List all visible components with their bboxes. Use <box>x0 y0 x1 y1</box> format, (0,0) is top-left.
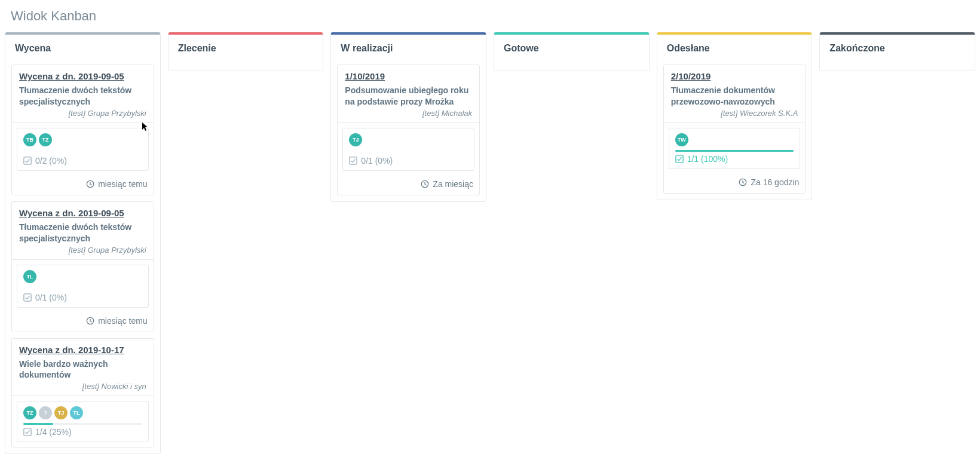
card-body: TL 0/1 (0%) <box>17 265 149 308</box>
kanban-column: Zakończone <box>819 32 975 71</box>
progress-bar <box>675 150 794 152</box>
card-header: Wycena z dn. 2019-10-17Wiele bardzo ważn… <box>12 339 154 397</box>
avatar[interactable]: TL <box>70 406 83 419</box>
card-title-link[interactable]: Wycena z dn. 2019-09-05 <box>19 208 124 218</box>
column-title: Zakończone <box>820 35 975 65</box>
card-client: [test] Nowicki i syn <box>19 382 146 391</box>
column-title: Gotowe <box>494 35 649 65</box>
card-title-link[interactable]: Wycena z dn. 2019-09-05 <box>19 71 124 81</box>
card-header: Wycena z dn. 2019-09-05Tłumaczenie dwóch… <box>12 202 154 260</box>
card-description: Tłumaczenie dokumentów przewozowo-nawozo… <box>671 85 798 108</box>
card-body: TJ 0/1 (0%) <box>342 128 474 171</box>
avatar-row: TZ?TJTL <box>23 406 142 419</box>
card-description: Tłumaczenie dwóch tekstów specjalistyczn… <box>19 222 146 244</box>
kanban-column: WycenaWycena z dn. 2019-09-05Tłumaczenie… <box>5 32 161 454</box>
progress-bar <box>23 423 142 425</box>
card-description: Wiele bardzo ważnych dokumentów <box>19 358 146 381</box>
card-footer: miesiąc temu <box>12 176 154 195</box>
card-footer: miesiąc temu <box>12 312 154 332</box>
avatar-row: TJ <box>349 133 468 146</box>
kanban-column: Zlecenie <box>168 32 324 71</box>
column-title: Odesłane <box>657 35 812 65</box>
card-footer: Za 16 godzin <box>664 174 806 193</box>
kanban-card[interactable]: Wycena z dn. 2019-10-17Wiele bardzo ważn… <box>11 338 154 448</box>
progress-label: 0/2 (0%) <box>23 156 142 165</box>
clock-icon <box>86 180 94 188</box>
card-time: miesiąc temu <box>98 179 147 189</box>
svg-rect-7 <box>676 155 683 163</box>
card-body: TZ?TJTL 1/4 (25%) <box>17 401 149 442</box>
column-title: Zlecenie <box>169 35 323 65</box>
svg-rect-2 <box>24 293 31 301</box>
check-icon <box>675 155 684 163</box>
progress-label: 0/1 (0%) <box>349 156 468 165</box>
avatar[interactable]: TZ <box>39 133 52 146</box>
card-title-link[interactable]: 1/10/2019 <box>345 71 385 81</box>
check-icon <box>23 157 32 165</box>
card-time: miesiąc temu <box>98 316 147 326</box>
kanban-board: WycenaWycena z dn. 2019-09-05Tłumaczenie… <box>0 32 980 472</box>
column-title: Wycena <box>5 35 160 65</box>
check-icon <box>23 428 32 436</box>
card-title-link[interactable]: Wycena z dn. 2019-10-17 <box>19 345 124 355</box>
card-client: [test] Grupa Przybylski <box>19 246 146 255</box>
svg-rect-5 <box>350 157 357 164</box>
clock-icon <box>739 178 747 186</box>
card-client: [test] Michalak <box>345 109 472 118</box>
card-title-link[interactable]: 2/10/2019 <box>671 71 711 81</box>
card-client: [test] Wieczorek S.K.A <box>671 109 798 118</box>
card-description: Tłumaczenie dwóch tekstów specjalistyczn… <box>19 85 146 108</box>
card-time: Za miesiąc <box>433 179 473 189</box>
avatar[interactable]: TJ <box>54 406 68 419</box>
progress-label: 1/1 (100%) <box>675 154 794 164</box>
avatar[interactable]: TL <box>23 270 36 283</box>
card-body: TBTZ 0/2 (0%) <box>17 128 149 171</box>
progress-label: 1/4 (25%) <box>23 427 142 437</box>
avatar[interactable]: TB <box>23 133 36 146</box>
column-title: W realizacji <box>331 35 486 65</box>
card-time: Za 16 godzin <box>751 177 799 187</box>
clock-icon <box>421 180 429 188</box>
card-description: Podsumowanie ubiegłego roku na podstawie… <box>345 85 472 108</box>
page-title: Widok Kanban <box>0 0 980 32</box>
card-header: 2/10/2019Tłumaczenie dokumentów przewozo… <box>664 65 806 123</box>
kanban-card[interactable]: Wycena z dn. 2019-09-05Tłumaczenie dwóch… <box>11 201 154 332</box>
clock-icon <box>86 317 94 325</box>
kanban-column: Odesłane2/10/2019Tłumaczenie dokumentów … <box>657 32 813 200</box>
avatar-row: TW <box>675 133 794 146</box>
card-body: TW 1/1 (100%) <box>669 128 801 169</box>
kanban-column: W realizacji1/10/2019Podsumowanie ubiegł… <box>330 32 486 202</box>
kanban-card[interactable]: Wycena z dn. 2019-09-05Tłumaczenie dwóch… <box>11 65 154 195</box>
kanban-card[interactable]: 1/10/2019Podsumowanie ubiegłego roku na … <box>337 65 480 195</box>
avatar[interactable]: TJ <box>349 133 362 146</box>
avatar[interactable]: ? <box>39 406 52 419</box>
card-list: Wycena z dn. 2019-09-05Tłumaczenie dwóch… <box>5 65 160 448</box>
card-client: [test] Grupa Przybylski <box>19 109 146 118</box>
card-footer: Za miesiąc <box>338 176 479 195</box>
card-list: 1/10/2019Podsumowanie ubiegłego roku na … <box>331 65 486 195</box>
avatar[interactable]: TW <box>675 133 688 146</box>
card-list: 2/10/2019Tłumaczenie dokumentów przewozo… <box>657 65 812 194</box>
card-header: 1/10/2019Podsumowanie ubiegłego roku na … <box>338 65 479 123</box>
avatar[interactable]: TZ <box>23 406 36 419</box>
kanban-column: Gotowe <box>494 32 650 71</box>
svg-rect-0 <box>24 157 31 164</box>
progress-label: 0/1 (0%) <box>23 293 142 302</box>
avatar-row: TL <box>23 270 142 283</box>
avatar-row: TBTZ <box>23 133 142 146</box>
card-header: Wycena z dn. 2019-09-05Tłumaczenie dwóch… <box>12 65 154 123</box>
kanban-card[interactable]: 2/10/2019Tłumaczenie dokumentów przewozo… <box>663 65 806 194</box>
svg-rect-4 <box>24 428 31 436</box>
check-icon <box>23 293 32 302</box>
check-icon <box>349 157 357 165</box>
